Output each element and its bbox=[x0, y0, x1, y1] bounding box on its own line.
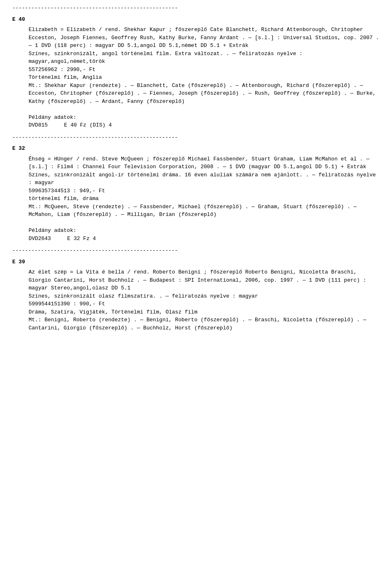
section-e32-dvd: DVD2643 bbox=[29, 235, 51, 243]
section-e39-title: Az élet szép = La Vita é bella / rend. R… bbox=[29, 268, 380, 292]
section-e32-creators: Mt.: McQueen, Steve (rendezte) . — Fassb… bbox=[29, 203, 380, 219]
section-e40-description: Színes, szinkronizált, angol történelmi … bbox=[29, 50, 380, 66]
section-id-e40: E 40 bbox=[12, 16, 380, 24]
divider-2: ----------------------------------------… bbox=[12, 247, 380, 255]
section-e32-genre: történelmi film, dráma bbox=[29, 195, 380, 203]
section-e32-code: E 32 Fz 4 bbox=[67, 235, 96, 243]
section-e40-title: Elizabeth = Elizabeth / rend. Shekhar Ka… bbox=[29, 26, 380, 50]
section-e39-genre: Dráma, Szatíra, Vígjáték, Történelmi fil… bbox=[29, 308, 380, 316]
section-e40-peldany-data: DVD815 E 40 Fz (DIS) 4 bbox=[29, 121, 380, 129]
section-e32-barcode: 5996357344513 : 949,- Ft bbox=[29, 187, 380, 195]
top-divider: ----------------------------------------… bbox=[12, 4, 380, 12]
section-e39: E 39 Az élet szép = La Vita é bella / re… bbox=[12, 258, 380, 332]
divider-1: ----------------------------------------… bbox=[12, 133, 380, 142]
section-e32-peldany-label: Példány adatok: bbox=[29, 227, 380, 235]
section-id-e32: E 32 bbox=[12, 145, 380, 153]
section-e32-peldany-data: DVD2643 E 32 Fz 4 bbox=[29, 235, 380, 243]
section-e40-dvd: DVD815 bbox=[29, 121, 48, 129]
section-e39-barcode: 5999544151390 : 990,- Ft bbox=[29, 300, 380, 308]
section-e40-genre: Történelmi film, Anglia bbox=[29, 73, 380, 82]
section-e39-description: Színes, szinkronizált olasz filmszatíra.… bbox=[29, 292, 380, 300]
section-e40: E 40 Elizabeth = Elizabeth / rend. Shekh… bbox=[12, 16, 380, 129]
section-e40-barcode: 557256962 : 2990,- Ft bbox=[29, 66, 380, 74]
section-e32-title: Éhség = HUnger / rend. Steve McQueen ; f… bbox=[29, 155, 380, 171]
section-id-e39: E 39 bbox=[12, 258, 380, 266]
section-e40-creators: Mt.: Shekhar Kapur (rendezte) . — Blanch… bbox=[29, 82, 380, 106]
section-e32-description: Színes, szinkronizált angol-ír történelm… bbox=[29, 171, 380, 187]
section-e40-peldany-label: Példány adatok: bbox=[29, 113, 380, 122]
section-e39-creators: Mt.: Benigni, Roberto (rendezte) . — Ben… bbox=[29, 316, 380, 332]
section-e32: E 32 Éhség = HUnger / rend. Steve McQuee… bbox=[12, 145, 380, 242]
section-e40-code: E 40 Fz (DIS) 4 bbox=[64, 121, 112, 129]
